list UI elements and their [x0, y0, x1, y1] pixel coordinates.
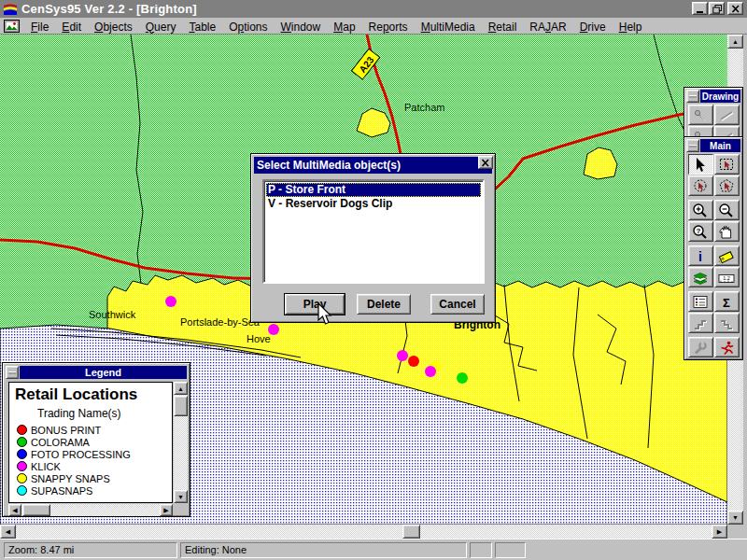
dialog-title: Select MultiMedia object(s)	[257, 159, 401, 172]
menu-item-help[interactable]: Help	[613, 20, 649, 35]
status-editing: Editing: None	[180, 542, 467, 558]
legend-entry-klick: KLICK	[17, 460, 172, 472]
scroll-down-icon[interactable]: ▼	[174, 490, 188, 503]
retail-location-dot[interactable]	[268, 324, 279, 335]
route-up-button[interactable]	[688, 313, 713, 333]
dialog-close-icon[interactable]	[478, 156, 493, 169]
select-polygon-button[interactable]	[714, 175, 740, 196]
map-horizontal-scrollbar[interactable]: ◀ ▶	[0, 525, 727, 539]
scroll-right-icon[interactable]: ▶	[160, 504, 173, 516]
main-toolbar: Main ?i1.2Σ	[684, 136, 743, 360]
retail-location-dot[interactable]	[425, 366, 436, 377]
menu-item-rajar[interactable]: RAJAR	[523, 20, 572, 35]
document-icon[interactable]	[4, 20, 20, 33]
tag-icon	[717, 248, 736, 264]
legend-entry-colorama: COLORAMA	[17, 436, 172, 448]
vertical-scroll-thumb[interactable]	[174, 396, 188, 416]
layers-button[interactable]	[688, 267, 713, 287]
svg-text:Σ: Σ	[723, 295, 730, 309]
legend-entry-label: SNAPPY SNAPS	[31, 473, 110, 484]
info-icon: i	[691, 248, 710, 264]
map-label-patcham: Patcham	[404, 102, 444, 113]
measure-ruler-button[interactable]: 1.2	[714, 267, 740, 287]
selrect-icon	[717, 157, 736, 173]
statistics-sigma-button[interactable]: Σ	[714, 291, 740, 312]
hand-icon	[717, 224, 736, 240]
legend-horizontal-scrollbar[interactable]: ◀ ▶	[8, 504, 173, 516]
select-arrow-button[interactable]	[688, 154, 713, 175]
draw-pin-button[interactable]	[688, 105, 713, 125]
zoom-out-button[interactable]	[714, 200, 740, 220]
window-title: CenSys95 Ver 2.2 - [Brighton]	[21, 2, 197, 16]
retail-location-dot[interactable]	[457, 372, 468, 384]
map-label-hove: Hove	[247, 333, 271, 344]
legend-heading: Retail Locations	[15, 385, 172, 404]
retail-location-dot[interactable]	[165, 296, 176, 307]
status-bar: Zoom: 8.47 mi Editing: None	[0, 539, 747, 560]
legend-vertical-scrollbar[interactable]: ▲ ▼	[174, 382, 188, 503]
measure-icon: 1.2	[717, 270, 736, 286]
horizontal-scroll-thumb[interactable]	[22, 504, 50, 516]
retail-location-dot[interactable]	[397, 350, 408, 361]
zoom-in-button[interactable]	[688, 200, 713, 220]
legend-system-menu-button[interactable]	[6, 366, 19, 379]
play-button[interactable]: Play	[285, 294, 345, 315]
scroll-right-icon[interactable]: ▶	[712, 525, 727, 539]
drawing-toolbar-title[interactable]: Drawing	[700, 90, 740, 103]
menu-item-reports[interactable]: Reports	[362, 20, 415, 35]
scroll-up-icon[interactable]: ▲	[727, 35, 743, 49]
horizontal-scroll-thumb[interactable]	[402, 525, 420, 539]
menu-item-multimedia[interactable]: MultiMedia	[415, 20, 482, 35]
restore-button[interactable]	[709, 2, 725, 15]
menu-item-edit[interactable]: Edit	[55, 20, 88, 35]
legend-dot-icon	[17, 437, 27, 447]
select-rectangle-button[interactable]	[714, 154, 740, 175]
legend-list-button[interactable]	[688, 291, 713, 312]
menu-item-retail[interactable]: Retail	[482, 20, 524, 35]
drawing-toolbar-minimize-button[interactable]	[686, 90, 699, 103]
menu-item-objects[interactable]: Objects	[88, 20, 139, 35]
delete-button[interactable]: Delete	[357, 294, 411, 315]
minimize-button[interactable]	[692, 2, 708, 15]
main-toolbar-minimize-button[interactable]	[686, 139, 699, 152]
legend-dot-icon	[17, 449, 27, 459]
menu-item-table[interactable]: Table	[182, 20, 222, 35]
dialog-title-bar[interactable]: Select MultiMedia object(s)	[254, 157, 492, 174]
cancel-button[interactable]: Cancel	[430, 294, 485, 315]
info-button[interactable]: i	[688, 245, 713, 266]
legend-title[interactable]: Legend	[20, 366, 187, 379]
list-item-v-reservoir-dogs-clip[interactable]: V - Reservoir Dogs Clip	[266, 197, 481, 211]
draw-line-button[interactable]	[714, 105, 740, 125]
menu-bar: FileEditObjectsQueryTableOptionsWindowMa…	[0, 18, 747, 35]
menu-item-file[interactable]: File	[24, 20, 55, 35]
run-button[interactable]	[714, 337, 740, 357]
zoom-query-button[interactable]: ?	[688, 221, 713, 242]
menu-item-drive[interactable]: Drive	[573, 20, 613, 35]
sigma-icon: Σ	[717, 294, 736, 310]
main-toolbar-title[interactable]: Main	[700, 139, 740, 152]
menu-item-window[interactable]: Window	[275, 20, 328, 35]
legendlist-icon	[691, 294, 710, 310]
road-shield: A23	[351, 49, 379, 79]
legend-dot-icon	[17, 425, 27, 435]
svg-text:?: ?	[697, 227, 701, 235]
route-down-button[interactable]	[714, 313, 740, 333]
legend-entry-label: KLICK	[31, 461, 61, 472]
scroll-left-icon[interactable]: ◀	[0, 525, 16, 539]
menu-item-query[interactable]: Query	[139, 20, 183, 35]
menu-item-options[interactable]: Options	[222, 20, 274, 35]
retail-location-dot[interactable]	[408, 356, 419, 367]
list-item-p-store-front[interactable]: P - Store Front	[266, 183, 481, 197]
legend-entry-foto-processing: FOTO PROCESSING	[17, 448, 172, 460]
scroll-up-icon[interactable]: ▲	[174, 382, 188, 395]
tools-wrench-button[interactable]	[688, 337, 713, 357]
menu-item-map[interactable]: Map	[327, 20, 361, 35]
close-button[interactable]	[727, 2, 743, 15]
scroll-left-icon[interactable]: ◀	[8, 504, 21, 516]
select-radius-button[interactable]	[688, 175, 713, 196]
pan-hand-button[interactable]	[714, 221, 740, 242]
legend-dot-icon	[17, 485, 27, 496]
scroll-down-icon[interactable]: ▼	[727, 511, 743, 525]
label-tag-button[interactable]	[714, 245, 740, 266]
multimedia-object-list[interactable]: P - Store FrontV - Reservoir Dogs Clip	[262, 179, 485, 284]
